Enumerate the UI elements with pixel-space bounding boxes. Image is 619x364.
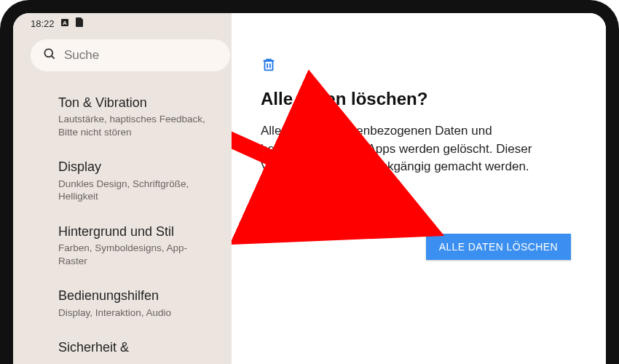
sidebar-item-label: Hintergrund und Stil xyxy=(58,223,216,240)
sidebar-item-label: Ton & Vibration xyxy=(58,95,216,111)
sd-card-icon xyxy=(75,17,83,29)
sidebar-item-subtitle: Farben, Symboldesigns, App-Raster xyxy=(58,242,216,267)
search-icon xyxy=(42,47,57,64)
main-content: Alle Daten löschen? Alle deine personenb… xyxy=(232,13,606,364)
status-bar: 18:22 A xyxy=(13,13,232,32)
settings-list[interactable]: Ton & Vibration Lautstärke, haptisches F… xyxy=(13,82,232,364)
sidebar-item-wallpaper[interactable]: Hintergrund und Stil Farben, Symboldesig… xyxy=(13,213,232,277)
erase-all-data-button[interactable]: ALLE DATEN LÖSCHEN xyxy=(426,234,571,260)
search-input-container[interactable] xyxy=(31,39,230,71)
sidebar-item-sound[interactable]: Ton & Vibration Lautstärke, haptisches F… xyxy=(13,84,232,149)
svg-text:A: A xyxy=(63,20,67,26)
settings-sidebar: 18:22 A xyxy=(13,13,232,364)
page-description: Alle deine personenbezogenen Daten und h… xyxy=(261,122,577,176)
trash-icon xyxy=(261,57,577,76)
sidebar-item-subtitle: Lautstärke, haptisches Feedback, Bitte n… xyxy=(58,113,216,138)
sidebar-item-subtitle: Display, Interaktion, Audio xyxy=(58,306,216,320)
page-title: Alle Daten löschen? xyxy=(261,89,577,109)
sidebar-item-accessibility[interactable]: Bedienungshilfen Display, Interaktion, A… xyxy=(13,277,232,329)
status-icon-a: A xyxy=(60,18,69,29)
sidebar-item-display[interactable]: Display Dunkles Design, Schriftgröße, He… xyxy=(13,149,232,213)
svg-rect-5 xyxy=(265,61,273,71)
status-clock: 18:22 xyxy=(31,18,55,29)
sidebar-item-label: Bedienungshilfen xyxy=(58,288,216,304)
svg-line-3 xyxy=(52,56,55,59)
svg-point-2 xyxy=(44,49,52,57)
search-input[interactable] xyxy=(64,48,218,63)
sidebar-item-label: Display xyxy=(58,159,216,175)
sidebar-item-subtitle: Dunkles Design, Schriftgröße, Helligkeit xyxy=(58,178,216,203)
sidebar-item-security[interactable]: Sicherheit & xyxy=(13,329,232,364)
sidebar-item-label: Sicherheit & xyxy=(58,339,216,356)
